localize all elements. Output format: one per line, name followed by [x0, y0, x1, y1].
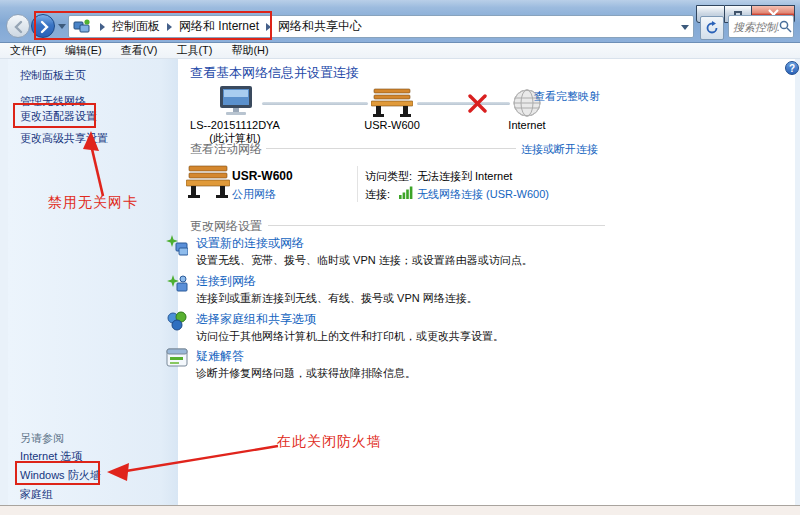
network-link-line: [262, 102, 368, 105]
access-type-value: 无法连接到 Internet: [417, 169, 512, 184]
annotation-disable-nic: 禁用无关网卡: [48, 194, 138, 212]
no-connection-x-icon: [468, 94, 487, 113]
connect-to-network-icon: [166, 273, 188, 295]
address-dropdown-icon[interactable]: [681, 25, 689, 30]
connections-label: 连接:: [365, 187, 390, 202]
connect-disconnect-link[interactable]: 连接或断开连接: [521, 142, 598, 157]
window-right-frame: [795, 59, 800, 505]
annotation-box-breadcrumb: [34, 11, 272, 40]
refresh-button[interactable]: [700, 16, 724, 40]
section-divider: [266, 148, 516, 149]
homegroup-icon: [166, 310, 188, 332]
task-new-connection-desc: 设置无线、宽带、拨号、临时或 VPN 连接；或设置路由器或访问点。: [196, 253, 533, 268]
task-homegroup-desc: 访问位于其他网络计算机上的文件和打印机，或更改共享设置。: [196, 329, 504, 344]
section-divider: [268, 225, 605, 226]
access-type-label: 访问类型:: [365, 169, 412, 184]
computer-name-label: LS--20151112DYA: [175, 119, 295, 131]
task-troubleshoot-desc: 诊断并修复网络问题，或获得故障排除信息。: [196, 366, 416, 381]
internet-link-line: [417, 102, 510, 105]
network-sharing-center-window: 控制面板 网络和 Internet 网络和共享中心 文件(F) 编辑(E) 查看…: [0, 0, 800, 515]
menu-view[interactable]: 查看(V): [121, 43, 158, 58]
task-troubleshoot-link[interactable]: 疑难解答: [196, 348, 244, 365]
page-title: 查看基本网络信息并设置连接: [190, 64, 359, 82]
change-settings-header: 更改网络设置: [190, 218, 262, 235]
this-computer-icon[interactable]: [215, 86, 257, 118]
active-network-name: USR-W600: [232, 169, 293, 183]
refresh-icon: [705, 21, 719, 35]
task-connect-network-link[interactable]: 连接到网络: [196, 273, 256, 290]
internet-label: Internet: [487, 119, 567, 131]
search-icon: [779, 20, 792, 33]
menu-file[interactable]: 文件(F): [10, 43, 46, 58]
menu-edit[interactable]: 编辑(E): [65, 43, 102, 58]
sidebar-item-control-panel-home[interactable]: 控制面板主页: [20, 68, 86, 83]
see-also-header: 另请参阅: [20, 431, 64, 446]
wireless-signal-icon: [399, 186, 414, 199]
breadcrumb-network-sharing-center[interactable]: 网络和共享中心: [278, 18, 362, 35]
window-bottom-frame: [0, 505, 800, 515]
public-network-link[interactable]: 公用网络: [232, 187, 276, 202]
public-network-bench-icon: [186, 165, 230, 199]
back-button[interactable]: [6, 14, 30, 38]
menu-bar: 文件(F) 编辑(E) 查看(V) 工具(T) 帮助(H): [0, 43, 800, 59]
annotation-close-firewall: 在此关闭防火墙: [277, 433, 382, 451]
active-networks-header: 查看活动网络: [190, 141, 262, 158]
help-icon[interactable]: ?: [785, 61, 799, 75]
wireless-connection-link[interactable]: 无线网络连接 (USR-W600): [417, 187, 549, 202]
router-name-label: USR-W600: [352, 119, 432, 131]
troubleshoot-icon: [166, 347, 188, 369]
annotation-box-windows-firewall: [15, 461, 100, 485]
menu-tools[interactable]: 工具(T): [176, 43, 212, 58]
search-input[interactable]: [729, 21, 779, 33]
new-connection-icon: [166, 235, 188, 257]
see-full-map-link[interactable]: 查看完整映射: [534, 89, 600, 104]
task-homegroup-link[interactable]: 选择家庭组和共享选项: [196, 311, 316, 328]
annotation-box-adapter-settings: [13, 103, 96, 128]
task-connect-network-desc: 连接到或重新连接到无线、有线、拨号或 VPN 网络连接。: [196, 291, 478, 306]
active-network-divider: [357, 166, 358, 202]
sidebar-item-homegroup[interactable]: 家庭组: [20, 487, 53, 502]
task-new-connection-link[interactable]: 设置新的连接或网络: [196, 235, 304, 252]
sidebar-item-advanced-sharing[interactable]: 更改高级共享设置: [20, 131, 108, 146]
search-box[interactable]: [728, 15, 794, 38]
network-bench-icon[interactable]: [371, 88, 413, 118]
menu-help[interactable]: 帮助(H): [231, 43, 268, 58]
window-left-frame: [0, 59, 8, 505]
back-arrow-icon: [11, 19, 27, 35]
